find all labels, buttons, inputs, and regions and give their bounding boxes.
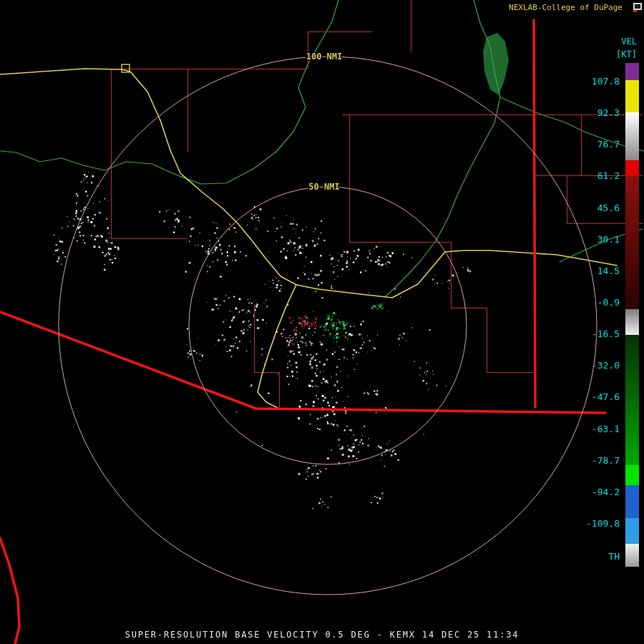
colorbar-segment [625, 309, 639, 335]
range-ring-label: 100 NMI [306, 52, 343, 62]
colorbar-tick-label: -109.8 [586, 518, 620, 529]
rivers-path [386, 0, 500, 296]
map-layer-highways [0, 69, 617, 408]
map-layer-rivers [0, 0, 644, 296]
map-overlay: 50 NMI100 NMI [0, 0, 644, 644]
colorbar-tick-label: TH [608, 551, 620, 562]
radar-display: 50 NMI100 NMI NEXLAB-College of DuPage V… [0, 0, 644, 644]
product-caption: SUPER-RESOLUTION BASE VELOCITY 0.5 DEG -… [0, 630, 644, 640]
colorbar-segment [625, 518, 639, 544]
range-ring [59, 57, 597, 595]
colorbar-segment [625, 176, 639, 309]
county-borders-path [349, 114, 534, 372]
map-layer-lakes [483, 33, 509, 95]
colorbar-tick-label: 107.8 [592, 76, 620, 87]
colorbar-segment [625, 63, 639, 80]
colorbar-segment [625, 160, 639, 176]
colorbar-segment [625, 112, 639, 160]
colorbar-tick-label: -32.0 [592, 360, 620, 371]
colorbar-tick-label: 76.7 [597, 139, 620, 150]
colorbar-tick-label: -47.6 [592, 391, 620, 402]
range-ring [189, 187, 467, 464]
colorbar-tick-label: 45.6 [597, 202, 620, 213]
colorbar-segment [625, 80, 639, 112]
colorbar-tick-label: -78.7 [592, 454, 620, 465]
colorbar-segment [625, 465, 639, 485]
range-rings: 50 NMI100 NMI [59, 52, 597, 595]
highways-path [392, 250, 617, 298]
colorbar-units: [KT] [616, 49, 637, 59]
county-borders-path [111, 69, 187, 238]
interstates-path [0, 538, 19, 644]
rivers-path [0, 0, 338, 184]
lakes-path [483, 33, 509, 95]
colorbar-segment [625, 485, 639, 518]
colorbar-tick-label: 14.5 [597, 265, 620, 275]
range-ring-label: 50 NMI [308, 182, 339, 192]
colorbar-tick-label: -94.2 [592, 486, 620, 497]
colorbar-tick-label: 61.2 [597, 170, 620, 181]
brand-text: NEXLAB-College of DuPage [509, 3, 623, 13]
colorbar-segment [625, 335, 639, 465]
highways-path [258, 285, 296, 408]
colorbar-tick-label: 92.3 [597, 107, 620, 118]
interstates-path [0, 312, 605, 413]
rivers-path [500, 97, 644, 151]
county-borders-path [308, 31, 372, 69]
colorbar-tick-label: -16.5 [592, 328, 620, 339]
cod-logo-icon [633, 2, 643, 12]
interstates-path [534, 20, 535, 407]
cod-logo-glyph [633, 2, 643, 12]
colorbar-tick-label: 30.1 [597, 233, 620, 244]
colorbar-tick-label: -63.1 [592, 423, 620, 434]
colorbar-tick-label: -0.9 [597, 297, 620, 308]
colorbar-segment [625, 544, 639, 567]
colorbar-title: VEL [621, 36, 637, 47]
